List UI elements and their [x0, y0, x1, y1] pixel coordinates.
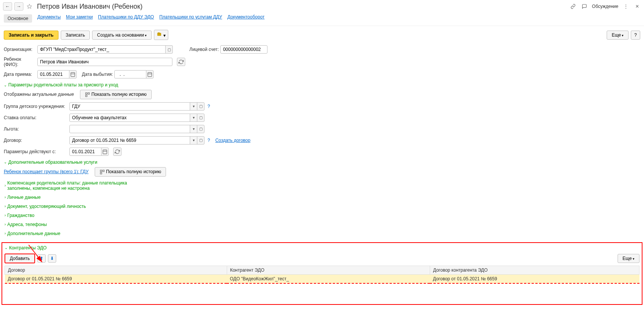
- col-cp-contract[interactable]: Договор контрагента ЭДО: [430, 266, 639, 274]
- tab-payers-edo[interactable]: Плательщики по ДДУ ЭДО: [98, 14, 154, 23]
- svg-rect-2: [158, 32, 160, 33]
- valid-from-input[interactable]: [69, 148, 101, 156]
- chevron-right-icon: ›: [5, 204, 6, 208]
- tab-workflow[interactable]: Документооборот: [227, 14, 265, 23]
- link-icon[interactable]: [569, 3, 577, 10]
- section-addresses-toggle[interactable]: › Адреса, телефоны: [5, 221, 640, 228]
- show-history-edu-button[interactable]: Показать полную историю: [95, 167, 166, 177]
- date-out-input[interactable]: [114, 70, 146, 78]
- create-contract-link[interactable]: Создать договор: [215, 138, 251, 143]
- child-refresh-button[interactable]: [177, 58, 185, 66]
- show-history-button[interactable]: Показать полную историю: [80, 90, 152, 99]
- child-label: Ребенок (ФИО):: [4, 57, 36, 67]
- page-title: Петров Иван Иванович (Ребенок): [37, 3, 143, 11]
- svg-rect-12: [100, 170, 101, 171]
- table-row[interactable]: Договор от 01.05.2021 № 6659 ОДО "ВидеоК…: [5, 274, 639, 283]
- table-more-button[interactable]: Еще: [618, 254, 639, 263]
- date-out-label: Дата выбытия:: [82, 72, 113, 77]
- group-help-icon[interactable]: ?: [207, 104, 210, 109]
- svg-marker-0: [27, 4, 32, 8]
- svg-rect-3: [71, 72, 75, 77]
- contract-input[interactable]: [69, 136, 190, 145]
- chevron-right-icon: ›: [5, 213, 6, 217]
- annotation-arrow-icon: [25, 243, 48, 266]
- save-close-button[interactable]: Записать и закрыть: [4, 31, 58, 40]
- svg-rect-13: [103, 170, 104, 171]
- valid-from-picker[interactable]: [101, 148, 109, 156]
- more-icon[interactable]: ⋮: [622, 3, 630, 10]
- svg-line-15: [29, 245, 42, 262]
- svg-rect-9: [86, 95, 87, 97]
- col-contract[interactable]: Договор: [5, 266, 227, 274]
- chevron-down-icon: ⌄: [4, 83, 7, 87]
- rate-open[interactable]: ▢: [197, 114, 204, 122]
- contract-dropdown[interactable]: ▾: [190, 136, 197, 145]
- valid-from-label: Параметры действуют с:: [4, 149, 68, 154]
- date-in-label: Дата приема:: [4, 72, 36, 77]
- svg-rect-7: [86, 93, 87, 94]
- rate-label: Ставка оплаты:: [4, 115, 68, 120]
- group-input[interactable]: [69, 102, 190, 111]
- benefit-open[interactable]: ▢: [197, 125, 204, 133]
- benefit-input[interactable]: [69, 125, 190, 133]
- tab-notes[interactable]: Мои заметки: [66, 14, 93, 23]
- create-based-button[interactable]: Создать на основании: [92, 31, 152, 40]
- svg-rect-10: [103, 150, 107, 154]
- child-groups-link[interactable]: Ребенок посещает группы (всего 1): ГДУ: [4, 169, 89, 174]
- account-label: Лицевой счет:: [189, 47, 219, 52]
- benefit-label: Льгота:: [4, 126, 68, 132]
- account-input[interactable]: [220, 45, 267, 54]
- move-down-button[interactable]: ⬇: [48, 254, 56, 263]
- chat-icon[interactable]: [581, 3, 588, 10]
- contract-label: Договор:: [4, 138, 68, 143]
- benefit-dropdown[interactable]: ▾: [190, 125, 197, 133]
- org-input[interactable]: [37, 45, 166, 54]
- favorite-icon[interactable]: [26, 3, 33, 10]
- date-in-input[interactable]: [37, 70, 69, 78]
- help-button[interactable]: ?: [631, 31, 640, 40]
- section-edu-toggle[interactable]: ⌄ Дополнительные образовательные услуги: [4, 159, 640, 166]
- section-additional-toggle[interactable]: › Дополнительные данные: [5, 230, 640, 237]
- tab-main[interactable]: Основное: [4, 14, 32, 23]
- group-label: Группа детского учреждения:: [4, 104, 68, 109]
- save-button[interactable]: Записать: [61, 31, 90, 40]
- svg-rect-5: [148, 72, 152, 77]
- chevron-down-icon: ⌄: [5, 246, 8, 250]
- group-dropdown[interactable]: ▾: [190, 102, 197, 111]
- date-in-picker[interactable]: [69, 70, 77, 78]
- valid-from-refresh[interactable]: [113, 148, 121, 156]
- org-label: Организация:: [4, 47, 36, 52]
- table-blank-area: [5, 284, 639, 303]
- actual-data-label: Отображены актуальные данные: [4, 92, 74, 97]
- cell-counterparty: ОДО "ВидеоКожЖил"_тест_: [227, 274, 430, 283]
- section-edo-toggle[interactable]: ⌄ Контрагенты ЭДО: [5, 244, 639, 251]
- chevron-right-icon: ›: [5, 231, 6, 235]
- chevron-down-icon: ⌄: [4, 160, 7, 164]
- svg-rect-8: [88, 93, 89, 94]
- date-out-picker[interactable]: [146, 70, 154, 78]
- attach-button[interactable]: ▾: [154, 30, 168, 40]
- section-compensation-toggle[interactable]: › Компенсация родительской платы: данные…: [5, 180, 640, 192]
- contract-open[interactable]: ▢: [197, 136, 204, 145]
- edo-table: Договор Контрагент ЭДО Договор контраген…: [5, 266, 639, 284]
- rate-dropdown[interactable]: ▾: [190, 114, 197, 122]
- back-button[interactable]: ←: [3, 2, 12, 11]
- tab-payers-ddu[interactable]: Плательщики по услугам ДДУ: [159, 14, 222, 23]
- discuss-label[interactable]: Обсуждение: [592, 4, 618, 9]
- tab-docs[interactable]: Документы: [37, 14, 61, 23]
- close-icon[interactable]: ✕: [633, 3, 641, 10]
- contract-help-icon[interactable]: ?: [207, 138, 210, 143]
- child-input[interactable]: [37, 58, 172, 66]
- section-personal-toggle[interactable]: › Личные данные: [5, 194, 640, 201]
- col-counterparty[interactable]: Контрагент ЭДО: [227, 266, 430, 274]
- rate-input[interactable]: [69, 114, 190, 122]
- cell-contract: Договор от 01.05.2021 № 6659: [5, 274, 227, 283]
- more-button[interactable]: Еще: [607, 31, 629, 40]
- section-params-toggle[interactable]: ⌄ Параметры родительской платы за присмо…: [4, 81, 640, 88]
- section-citizenship-toggle[interactable]: › Гражданство: [5, 212, 640, 219]
- section-identity-toggle[interactable]: › Документ, удостоверяющий личность: [5, 203, 640, 210]
- chevron-right-icon: ›: [5, 222, 6, 226]
- org-open-button[interactable]: ▢: [165, 45, 173, 54]
- group-open[interactable]: ▢: [197, 102, 204, 111]
- forward-button[interactable]: →: [14, 2, 23, 11]
